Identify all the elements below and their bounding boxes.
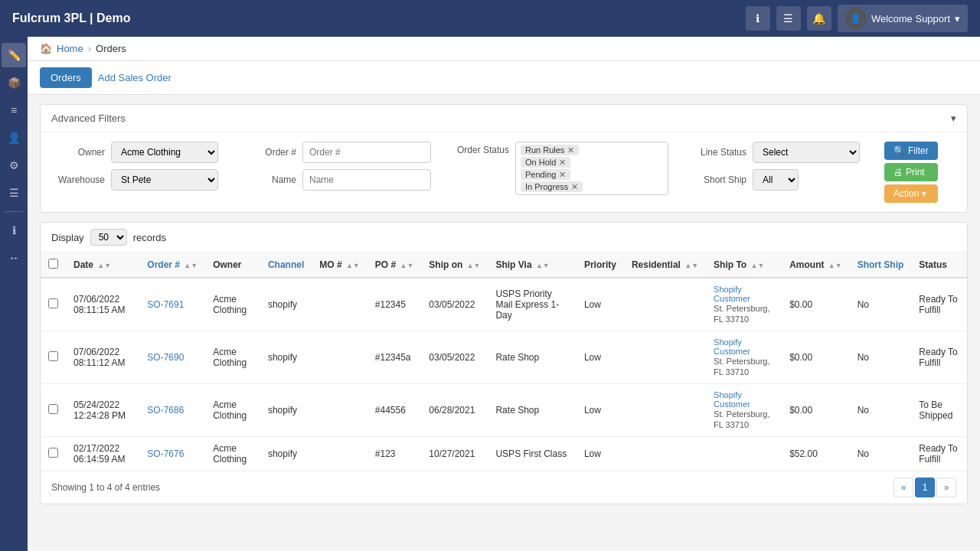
order-link-1[interactable]: SO-7690 <box>147 352 184 363</box>
row-ship-to: Shopify CustomerSt. Petersburg, FL 33710 <box>706 331 782 384</box>
user-menu-btn[interactable]: 👤 Welcome Support ▾ <box>838 5 968 32</box>
navbar-right: ℹ ☰ 🔔 👤 Welcome Support ▾ <box>746 5 968 32</box>
row-channel: shopify <box>260 384 312 437</box>
user-label: Welcome Support <box>871 13 950 24</box>
remove-pending-btn[interactable]: ✕ <box>559 171 566 179</box>
col-channel[interactable]: Channel <box>260 253 312 278</box>
col-mo[interactable]: MO # ▲▼ <box>312 253 368 278</box>
sidebar-divider <box>5 211 23 212</box>
sidebar-item-menu[interactable]: ≡ <box>2 98 26 122</box>
menu-icon-btn[interactable]: ☰ <box>776 6 801 31</box>
col-short-ship[interactable]: Short Ship <box>850 253 912 278</box>
col-status[interactable]: Status <box>911 253 967 278</box>
row-checkbox-2[interactable] <box>48 404 58 414</box>
row-checkbox-1[interactable] <box>48 351 58 361</box>
pagination: « 1 » <box>893 478 956 497</box>
row-date: 07/06/2022 08:11:12 AM <box>66 331 139 384</box>
info-icon-btn[interactable]: ℹ <box>746 6 770 31</box>
orders-button[interactable]: Orders <box>40 67 92 88</box>
order-num-input[interactable] <box>302 142 431 163</box>
col-ship-on[interactable]: Ship on ▲▼ <box>421 253 488 278</box>
action-button[interactable]: Action ▾ <box>884 184 938 203</box>
row-date: 02/17/2022 06:14:59 AM <box>66 437 139 471</box>
select-all-checkbox[interactable] <box>48 259 58 269</box>
status-tags-container[interactable]: Run Rules ✕ On Hold ✕ <box>515 142 668 195</box>
status-tags-row2: On Hold ✕ <box>521 157 663 168</box>
row-priority: Low <box>577 384 624 437</box>
col-order[interactable]: Order # ▲▼ <box>139 253 205 278</box>
print-button[interactable]: 🖨 Print <box>884 163 938 181</box>
col-po[interactable]: PO # ▲▼ <box>368 253 422 278</box>
order-link-0[interactable]: SO-7691 <box>147 299 184 310</box>
remove-in-progress-btn[interactable]: ✕ <box>571 183 578 191</box>
name-input[interactable] <box>302 169 431 191</box>
table-row: 07/06/2022 08:11:12 AM SO-7690 Acme Clot… <box>41 331 967 384</box>
table-header: Date ▲▼ Order # ▲▼ Owner Channel MO # ▲▼… <box>41 253 967 278</box>
records-label: records <box>133 232 166 243</box>
next-page-btn[interactable]: » <box>936 478 956 497</box>
status-tag-on-hold: On Hold ✕ <box>521 157 570 168</box>
status-tag-pending: Pending ✕ <box>521 169 570 180</box>
row-po: #44556 <box>368 384 422 437</box>
filter-row-top: Owner Acme Clothing Warehouse St Pete <box>51 142 956 203</box>
col-residential[interactable]: Residential ▲▼ <box>624 253 706 278</box>
sidebar-item-info[interactable]: ℹ <box>2 218 26 243</box>
status-tag-run-rules: Run Rules ✕ <box>521 145 579 155</box>
col-amount[interactable]: Amount ▲▼ <box>782 253 849 278</box>
table-row: 05/24/2022 12:24:28 PM SO-7686 Acme Clot… <box>41 384 967 437</box>
status-tag-on-hold-label: On Hold <box>525 158 556 167</box>
row-status: Ready To Fulfill <box>911 437 967 471</box>
add-sales-order-button[interactable]: Add Sales Order <box>98 72 172 83</box>
row-owner: Acme Clothing <box>205 278 260 331</box>
row-channel: shopify <box>260 437 312 471</box>
ship-to-name-link[interactable]: Shopify Customer <box>714 390 774 409</box>
row-date: 07/06/2022 08:11:15 AM <box>66 278 139 331</box>
row-amount: $0.00 <box>782 384 849 437</box>
order-link-3[interactable]: SO-7676 <box>147 448 184 459</box>
filter-button[interactable]: 🔍 Filter <box>884 142 938 160</box>
display-select[interactable]: 50 <box>90 229 127 246</box>
short-ship-select[interactable]: All <box>753 169 799 191</box>
filters-body: Owner Acme Clothing Warehouse St Pete <box>41 132 967 212</box>
row-po: #12345 <box>368 278 422 331</box>
breadcrumb-home[interactable]: Home <box>57 43 83 54</box>
col-ship-to[interactable]: Ship To ▲▼ <box>706 253 782 278</box>
warehouse-label: Warehouse <box>51 174 105 185</box>
bell-icon-btn[interactable]: 🔔 <box>807 6 831 31</box>
prev-page-btn[interactable]: « <box>893 478 913 497</box>
row-ship-on: 03/05/2022 <box>421 278 488 331</box>
sidebar-item-settings[interactable]: ⚙ <box>2 153 26 178</box>
ship-to-city: St. Petersburg, FL 33710 <box>714 357 769 377</box>
row-priority: Low <box>577 331 624 384</box>
app-layout: ✏️ 📦 ≡ 👤 ⚙ ☰ ℹ ↔ 🏠 Home › Orders Orders … <box>0 37 980 551</box>
ship-to-name-link[interactable]: Shopify Customer <box>714 285 774 303</box>
owner-select[interactable]: Acme Clothing <box>111 142 218 163</box>
sidebar-item-arrows[interactable]: ↔ <box>2 246 26 270</box>
order-link-2[interactable]: SO-7686 <box>147 405 184 416</box>
col-owner[interactable]: Owner <box>205 253 260 278</box>
sidebar-item-list[interactable]: ☰ <box>2 181 26 205</box>
sidebar-item-packages[interactable]: 📦 <box>2 70 26 95</box>
line-status-select[interactable]: Select <box>753 142 860 163</box>
ship-to-name-link[interactable]: Shopify Customer <box>714 337 774 356</box>
warehouse-select[interactable]: St Pete <box>111 169 218 191</box>
filters-header[interactable]: Advanced Filters ▾ <box>41 105 967 132</box>
row-checkbox-3[interactable] <box>48 448 58 458</box>
col-priority[interactable]: Priority <box>577 253 624 278</box>
row-mo <box>312 384 368 437</box>
showing-text: Showing 1 to 4 of 4 entries <box>51 482 160 493</box>
filter-status-section: Order Status Run Rules ✕ <box>456 142 668 195</box>
row-checkbox-0[interactable] <box>48 298 58 308</box>
col-ship-via[interactable]: Ship Via ▲▼ <box>488 253 576 278</box>
page-1-btn[interactable]: 1 <box>915 478 935 497</box>
filter-middle: Order # Name <box>243 142 431 191</box>
row-ship-via: USPS First Class <box>488 437 576 471</box>
col-date[interactable]: Date ▲▼ <box>66 253 139 278</box>
sidebar-item-edit[interactable]: ✏️ <box>2 43 26 67</box>
sidebar-item-users[interactable]: 👤 <box>2 126 26 150</box>
avatar: 👤 <box>845 8 867 29</box>
remove-on-hold-btn[interactable]: ✕ <box>559 158 566 167</box>
remove-run-rules-btn[interactable]: ✕ <box>567 146 574 155</box>
table-body: 07/06/2022 08:11:15 AM SO-7691 Acme Clot… <box>41 278 967 471</box>
row-amount: $0.00 <box>782 331 849 384</box>
